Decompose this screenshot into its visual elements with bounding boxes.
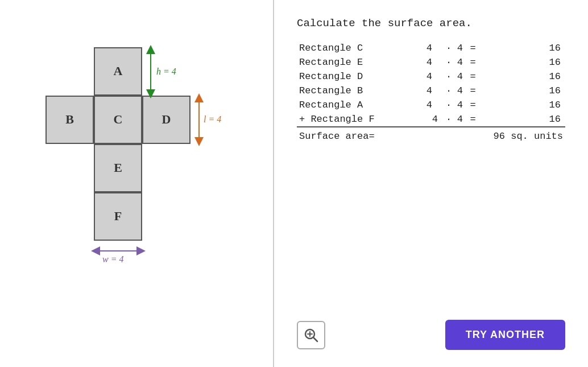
val1: 4	[424, 98, 443, 112]
result: 16	[479, 98, 565, 112]
cell-A: A	[94, 47, 142, 96]
try-another-button[interactable]: TRY ANOTHER	[445, 320, 565, 350]
rect-label: Rectangle C	[297, 41, 390, 55]
eq: =	[467, 84, 479, 98]
cell-E: E	[94, 144, 142, 192]
zoom-button[interactable]	[297, 321, 325, 349]
val2: 4	[455, 69, 467, 84]
table-row: Rectangle D 4 · 4 = 16	[297, 69, 565, 84]
calculation-table: Rectangle C 4 · 4 = 16 Rectangle E 4 · 4…	[297, 41, 565, 143]
surface-area-value: 96 sq. units	[479, 127, 565, 143]
dot: ·	[443, 55, 455, 69]
right-panel: Calculate the surface area. Rectangle C …	[273, 0, 588, 367]
rect-label: Rectangle D	[297, 69, 390, 84]
cell-D: D	[142, 96, 191, 144]
eq: =	[467, 98, 479, 112]
left-panel: A B C D E F	[0, 0, 273, 367]
dot: ·	[443, 112, 455, 127]
val2: 4	[455, 84, 467, 98]
cell-B: B	[45, 96, 94, 144]
table-row: Rectangle E 4 · 4 = 16	[297, 55, 565, 69]
val2: 4	[455, 55, 467, 69]
dot: ·	[443, 41, 455, 55]
svg-line-13	[314, 337, 318, 341]
bottom-bar: TRY ANOTHER	[297, 314, 565, 350]
surface-area-label: Surface area=	[297, 127, 390, 143]
table-row: Rectangle C 4 · 4 = 16	[297, 41, 565, 55]
dot: ·	[443, 69, 455, 84]
rect-label: Rectangle A	[297, 98, 390, 112]
zoom-icon	[303, 327, 319, 343]
surface-area-row: Surface area= 96 sq. units	[297, 127, 565, 143]
cell-F: F	[94, 192, 142, 241]
result: 16	[479, 41, 565, 55]
result: 16	[479, 55, 565, 69]
val2: 4	[455, 41, 467, 55]
dot: ·	[443, 98, 455, 112]
page-title: Calculate the surface area.	[297, 17, 565, 30]
val2: 4	[455, 98, 467, 112]
rect-label: Rectangle B	[297, 84, 390, 98]
val1: 4	[424, 69, 443, 84]
net-diagram: A B C D E F	[45, 36, 227, 332]
eq: =	[467, 41, 479, 55]
rect-label: Rectangle E	[297, 55, 390, 69]
val1: 4	[424, 84, 443, 98]
eq: =	[467, 69, 479, 84]
val1: 4	[424, 112, 443, 127]
svg-text:h = 4: h = 4	[156, 67, 176, 76]
spacer	[390, 41, 424, 55]
val1: 4	[424, 55, 443, 69]
table-row: Rectangle B 4 · 4 = 16	[297, 84, 565, 98]
svg-text:l = 4: l = 4	[204, 114, 221, 124]
result: 16	[479, 69, 565, 84]
rect-label: + Rectangle F	[297, 112, 390, 127]
eq: =	[467, 55, 479, 69]
table-row: Rectangle A 4 · 4 = 16	[297, 98, 565, 112]
eq: =	[467, 112, 479, 127]
val2: 4	[455, 112, 467, 127]
dot: ·	[443, 84, 455, 98]
result: 16	[479, 112, 565, 127]
svg-text:w = 4: w = 4	[102, 254, 123, 264]
val1: 4	[424, 41, 443, 55]
cell-C: C	[94, 96, 142, 144]
table-row: + Rectangle F 4 · 4 = 16	[297, 112, 565, 127]
result: 16	[479, 84, 565, 98]
